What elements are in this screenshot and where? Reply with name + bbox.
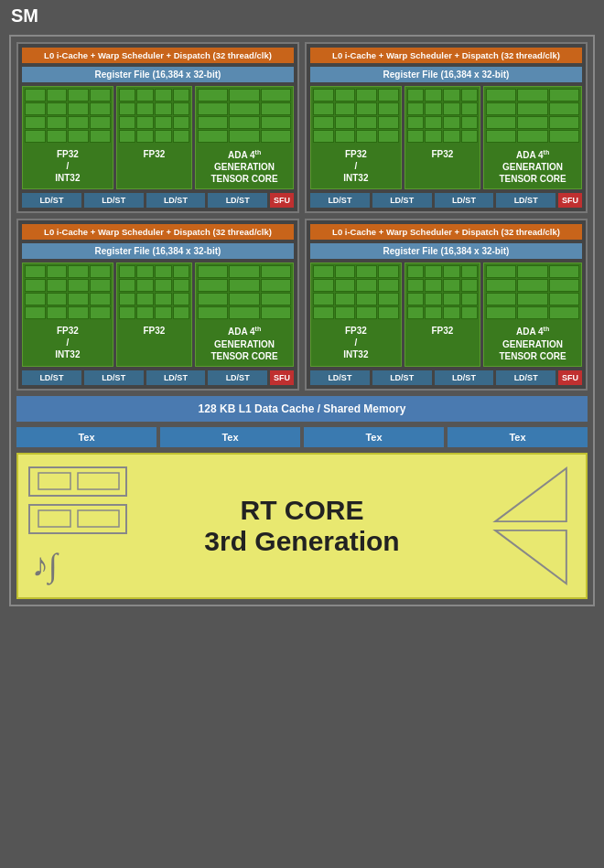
quadrant-1: L0 i-Cache + Warp Scheduler + Dispatch (… <box>16 42 299 213</box>
ldst-2-2: LD/ST <box>372 193 432 208</box>
rt-core-section: ♪∫ RT CORE 3rd Generation <box>16 453 588 599</box>
ldst-3-1: LD/ST <box>22 370 81 385</box>
sfu-2: SFU <box>558 193 582 208</box>
ldst-1-2: LD/ST <box>84 193 144 208</box>
svg-text:♪∫: ♪∫ <box>32 547 59 585</box>
svg-rect-1 <box>38 473 70 489</box>
register-file-bar-3: Register File (16,384 x 32-bit) <box>22 243 294 259</box>
sm-container: L0 i-Cache + Warp Scheduler + Dispatch (… <box>9 35 595 606</box>
svg-rect-2 <box>78 473 119 489</box>
sfu-3: SFU <box>270 370 294 385</box>
ldst-2-3: LD/ST <box>435 193 494 208</box>
rt-triangle-icon <box>485 464 577 526</box>
rt-core-label: RT CORE 3rd Generation <box>204 495 399 557</box>
sfu-4: SFU <box>558 370 582 385</box>
ldst-4-3: LD/ST <box>435 370 494 385</box>
quadrant-4: L0 i-Cache + Warp Scheduler + Dispatch (… <box>305 219 588 390</box>
fp32-int32-block-2: FP32/INT32 <box>310 86 402 189</box>
fp32-block-4: FP32 <box>404 263 480 366</box>
rt-decoration-left: ♪∫ <box>27 455 137 597</box>
ldst-1-4: LD/ST <box>208 193 267 208</box>
fp32-int32-block-3: FP32/INT32 <box>22 263 113 366</box>
tensor-block-2: ADA 4thGENERATIONTENSOR CORE <box>483 86 582 189</box>
rt-shape-middle-left <box>27 503 128 535</box>
tex-4: Tex <box>448 427 588 447</box>
ldst-3-4: LD/ST <box>208 370 267 385</box>
sfu-1: SFU <box>270 193 294 208</box>
ldst-1-3: LD/ST <box>146 193 206 208</box>
ldst-4-4: LD/ST <box>496 370 555 385</box>
rt-shape-right-bottom <box>485 526 577 588</box>
ldst-3-3: LD/ST <box>146 370 206 385</box>
rt-decoration-right <box>485 455 577 597</box>
l1-cache-bar: 128 KB L1 Data Cache / Shared Memory <box>16 396 588 422</box>
fp32-int32-block-1: FP32/INT32 <box>22 86 113 189</box>
svg-rect-5 <box>78 510 119 527</box>
sm-title: SM <box>11 5 38 27</box>
rt-shape-top-left <box>27 466 128 498</box>
svg-marker-7 <box>495 468 566 521</box>
tex-2: Tex <box>160 427 300 447</box>
tex-3: Tex <box>304 427 444 447</box>
ldst-2-4: LD/ST <box>496 193 555 208</box>
fp32-block-1: FP32 <box>116 86 192 189</box>
quadrant-2: L0 i-Cache + Warp Scheduler + Dispatch (… <box>305 42 588 213</box>
warp-scheduler-bar-4: L0 i-Cache + Warp Scheduler + Dispatch (… <box>310 224 582 240</box>
warp-scheduler-bar-1: L0 i-Cache + Warp Scheduler + Dispatch (… <box>22 48 294 63</box>
svg-marker-8 <box>495 530 566 584</box>
svg-rect-4 <box>38 510 70 527</box>
ldst-1-1: LD/ST <box>22 193 81 208</box>
tensor-block-3: ADA 4thGENERATIONTENSOR CORE <box>195 263 294 366</box>
register-file-bar-1: Register File (16,384 x 32-bit) <box>22 67 294 82</box>
ldst-4-1: LD/ST <box>310 370 370 385</box>
warp-scheduler-bar-2: L0 i-Cache + Warp Scheduler + Dispatch (… <box>310 48 582 63</box>
register-file-bar-2: Register File (16,384 x 32-bit) <box>310 67 582 82</box>
fp32-int32-block-4: FP32/INT32 <box>310 263 402 366</box>
tex-1: Tex <box>16 427 156 447</box>
warp-scheduler-bar-3: L0 i-Cache + Warp Scheduler + Dispatch (… <box>22 224 294 240</box>
fp32-block-2: FP32 <box>404 86 480 189</box>
ldst-2-1: LD/ST <box>310 193 370 208</box>
ldst-3-2: LD/ST <box>84 370 144 385</box>
tensor-block-4: ADA 4thGENERATIONTENSOR CORE <box>483 263 582 366</box>
tex-row: Tex Tex Tex Tex <box>16 427 588 447</box>
quadrant-grid: L0 i-Cache + Warp Scheduler + Dispatch (… <box>16 42 588 391</box>
ldst-4-2: LD/ST <box>372 370 432 385</box>
rt-shape-bottom-left: ♪∫ <box>27 540 128 585</box>
fp32-block-3: FP32 <box>116 263 192 366</box>
tensor-block-1: ADA 4thGENERATIONTENSOR CORE <box>195 86 294 189</box>
quadrant-3: L0 i-Cache + Warp Scheduler + Dispatch (… <box>16 219 299 390</box>
register-file-bar-4: Register File (16,384 x 32-bit) <box>310 243 582 259</box>
